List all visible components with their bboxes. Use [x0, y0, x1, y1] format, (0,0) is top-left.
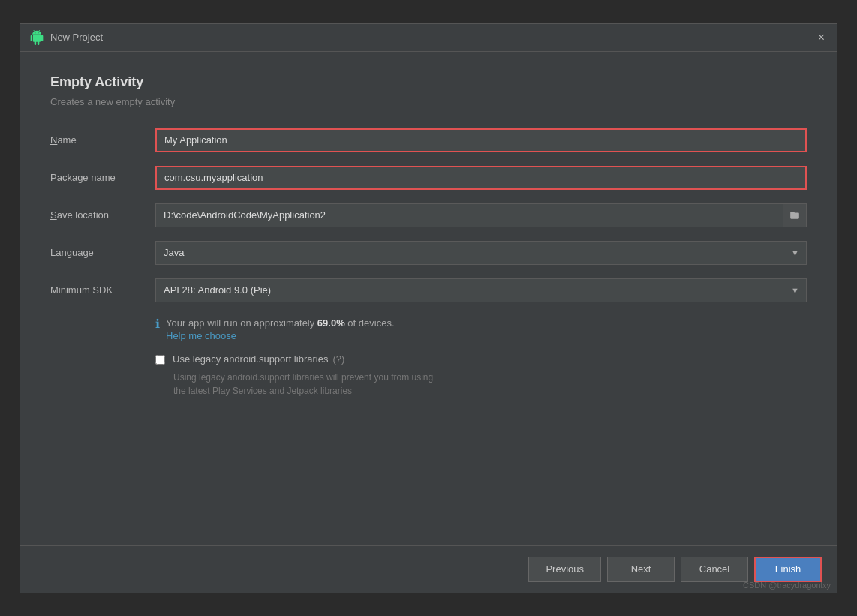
finish-button[interactable]: Finish: [754, 557, 822, 582]
save-location-wrapper: [155, 203, 807, 227]
save-location-row: Save location: [50, 203, 807, 227]
folder-icon: [789, 210, 800, 221]
title-bar: New Project ×: [20, 24, 837, 52]
package-name-row: Package name: [50, 166, 807, 190]
new-project-dialog: New Project × Empty Activity Creates a n…: [20, 23, 837, 593]
info-text-before: Your app will run on approximately 69.0%…: [166, 317, 395, 329]
info-content: Your app will run on approximately 69.0%…: [166, 316, 395, 342]
package-label: Package name: [50, 172, 155, 183]
language-select-wrapper: Java Kotlin ▼: [155, 241, 807, 265]
section-subtitle: Creates a new empty activity: [50, 96, 807, 107]
language-select[interactable]: Java Kotlin: [155, 241, 807, 265]
android-icon: [29, 30, 44, 45]
help-me-choose-link[interactable]: Help me choose: [166, 330, 236, 341]
close-button[interactable]: ×: [815, 30, 828, 45]
language-row: Language Java Kotlin ▼: [50, 241, 807, 265]
title-bar-left: New Project: [29, 30, 103, 45]
package-name-input[interactable]: [155, 166, 807, 190]
save-location-label: Save location: [50, 209, 155, 221]
watermark: CSDN @tracydragonlxy: [743, 581, 831, 590]
previous-button[interactable]: Previous: [528, 557, 601, 582]
name-label: Name: [50, 134, 155, 146]
name-input[interactable]: [155, 128, 807, 152]
legacy-libraries-checkbox[interactable]: [155, 355, 165, 365]
dialog-title: New Project: [50, 32, 103, 43]
save-location-input[interactable]: [155, 203, 783, 227]
info-icon: ℹ: [155, 317, 160, 331]
info-row: ℹ Your app will run on approximately 69.…: [155, 316, 807, 342]
min-sdk-label: Minimum SDK: [50, 284, 155, 296]
browse-folder-button[interactable]: [783, 203, 807, 227]
min-sdk-row: Minimum SDK API 21: Android 5.0 (Lollipo…: [50, 278, 807, 302]
section-title: Empty Activity: [50, 74, 807, 90]
min-sdk-select-wrapper: API 21: Android 5.0 (Lollipop) API 23: A…: [155, 278, 807, 302]
next-button[interactable]: Next: [607, 557, 675, 582]
legacy-libraries-label[interactable]: Use legacy android.support libraries (?): [173, 353, 344, 365]
checkbox-desc-line1: Using legacy android.support libraries w…: [173, 371, 807, 384]
cancel-button[interactable]: Cancel: [681, 557, 748, 582]
checkbox-help-icon[interactable]: (?): [332, 353, 344, 365]
checkbox-desc-line2: the latest Play Services and Jetpack lib…: [173, 384, 807, 398]
dialog-footer: Previous Next Cancel Finish: [20, 545, 837, 593]
dialog-content: Empty Activity Creates a new empty activ…: [20, 52, 837, 545]
language-label: Language: [50, 247, 155, 258]
name-row: Name: [50, 128, 807, 152]
checkbox-label-text: Use legacy android.support libraries: [173, 353, 328, 365]
checkbox-description: Using legacy android.support libraries w…: [155, 371, 807, 398]
legacy-libraries-row: Use legacy android.support libraries (?): [155, 353, 807, 365]
min-sdk-select[interactable]: API 21: Android 5.0 (Lollipop) API 23: A…: [155, 278, 807, 302]
